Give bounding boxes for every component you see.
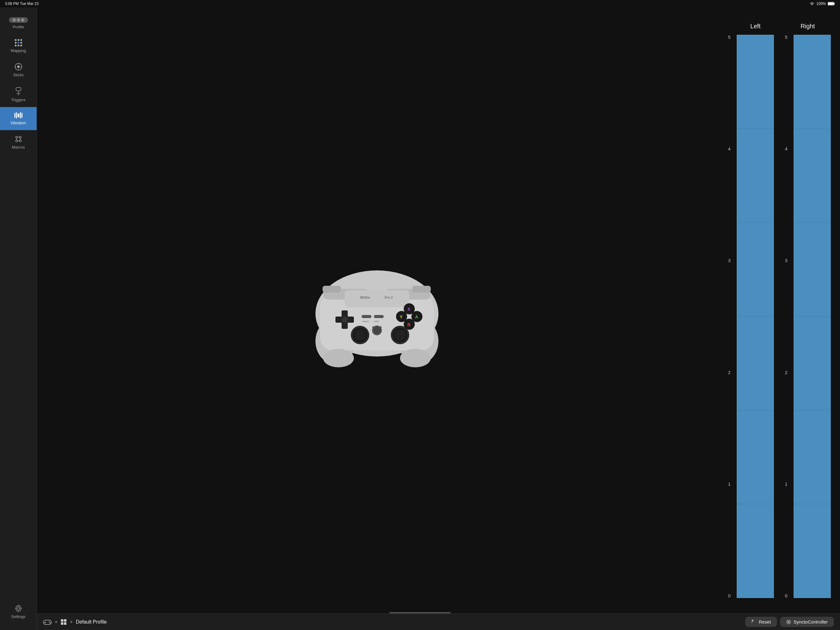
status-left: 3:08 PM Tue Mar 23 [5,2,39,6]
svg-rect-12 [20,112,21,119]
sticks-icon [14,63,22,71]
main-content: 8BitDo Pro 2 X [37,7,420,315]
svg-rect-58 [322,286,341,293]
triggers-icon [15,87,22,96]
svg-text:X: X [407,307,411,312]
svg-text:Pro 2: Pro 2 [385,296,393,299]
status-time: 3:08 PM [5,2,19,6]
sidebar-label-sticks: Sticks [13,73,24,77]
svg-point-16 [16,140,17,142]
sidebar-label-profile: Profile [13,25,24,29]
svg-rect-32 [342,310,348,315]
profile-icon [9,17,28,23]
svg-rect-29 [345,290,409,307]
vibration-icon [14,112,23,119]
svg-point-4 [17,65,20,68]
svg-text:Y: Y [400,314,403,315]
svg-rect-9 [14,113,15,118]
sidebar-label-vibration: Vibration [11,120,26,125]
svg-point-14 [16,136,17,138]
svg-text:A: A [415,314,418,315]
svg-point-15 [19,136,21,138]
sidebar-item-macros[interactable]: Macros [0,130,36,154]
sidebar-item-mapping[interactable]: Mapping [0,34,36,58]
controller-area: 8BitDo Pro 2 X [37,246,420,315]
svg-rect-11 [17,114,19,117]
status-bar: 3:08 PM Tue Mar 23 100% [0,0,420,7]
svg-point-17 [19,140,21,142]
sidebar-label-triggers: Triggers [11,98,25,102]
sidebar-item-triggers[interactable]: Triggers [0,82,36,107]
sidebar-label-macros: Macros [12,145,25,149]
status-date: Tue Mar 23 [20,2,39,6]
sidebar-item-sticks[interactable]: Sticks [0,58,36,82]
svg-rect-13 [22,113,22,118]
sidebar: Profile Mapping [0,7,37,315]
mapping-icon [15,39,22,46]
svg-text:8BitDo: 8BitDo [360,296,370,299]
macros-icon [14,135,22,143]
svg-rect-59 [412,286,420,293]
controller-image: 8BitDo Pro 2 X [295,252,420,315]
svg-rect-10 [16,112,17,119]
sidebar-item-profile[interactable]: Profile [0,12,36,34]
sidebar-item-vibration[interactable]: Vibration [0,107,36,130]
sidebar-label-mapping: Mapping [11,48,26,53]
